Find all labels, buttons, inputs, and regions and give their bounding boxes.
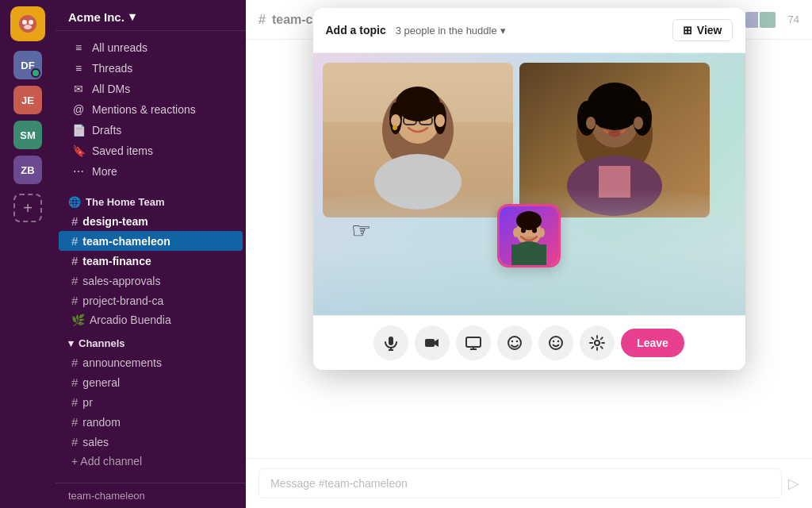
svg-point-53	[550, 337, 562, 349]
svg-rect-47	[466, 337, 481, 347]
nav-more[interactable]: ⋯ More	[59, 161, 243, 182]
channel-team-chameleon[interactable]: # team-chameleon	[59, 231, 243, 251]
add-topic-button[interactable]: Add a topic	[326, 24, 386, 37]
huddle-overlay: Add a topic 3 people in the huddle ▾ ⊞ V…	[246, 0, 812, 508]
channel-design-team[interactable]: # design-team	[59, 211, 243, 231]
mentions-icon: @	[71, 103, 86, 116]
view-label: View	[697, 24, 722, 37]
channel-project-brand-label: project-brand-ca	[82, 294, 163, 307]
hash-icon: #	[71, 254, 78, 267]
nav-threads[interactable]: ≡ Threads	[59, 58, 243, 79]
screenshare-button[interactable]	[456, 325, 491, 360]
workspace-logo[interactable]	[10, 6, 45, 41]
svg-point-51	[511, 341, 513, 342]
svg-point-36	[516, 211, 542, 230]
avatar-zb[interactable]: ZB	[13, 156, 42, 184]
saved-items-icon: 🔖	[71, 144, 86, 157]
drafts-icon: 📄	[71, 124, 86, 137]
svg-point-31	[608, 130, 621, 137]
leave-button[interactable]: Leave	[621, 329, 684, 357]
nav-all-unreads[interactable]: ≡ All unreads	[59, 37, 243, 58]
hash-icon: #	[71, 294, 78, 307]
nav-drafts[interactable]: 📄 Drafts	[59, 120, 243, 140]
add-workspace-button[interactable]: +	[13, 194, 42, 222]
home-team-icon: 🌐	[68, 196, 81, 208]
arcadio-icon: 🌿	[71, 314, 85, 326]
channel-random[interactable]: # random	[59, 412, 243, 432]
channel-sales[interactable]: # sales	[59, 432, 243, 452]
huddle-people-count: 3 people in the huddle ▾	[396, 25, 506, 37]
emoji-button[interactable]	[497, 325, 532, 360]
hash-icon: #	[71, 214, 78, 228]
svg-point-41	[513, 228, 519, 237]
hash-icon: #	[71, 274, 78, 287]
view-button[interactable]: ⊞ View	[672, 19, 733, 41]
nav-saved-items[interactable]: 🔖 Saved items	[59, 140, 243, 161]
nav-mentions-label: Mentions & reactions	[92, 103, 196, 116]
svg-point-17	[435, 114, 445, 127]
svg-point-52	[516, 341, 518, 342]
video-grid: ☞	[313, 53, 745, 315]
svg-rect-46	[425, 339, 435, 347]
nav-threads-label: Threads	[92, 62, 132, 75]
channel-general-label: general	[82, 376, 120, 389]
avatar-sm[interactable]: SM	[13, 121, 42, 149]
hash-icon: #	[71, 356, 78, 369]
svg-point-16	[391, 114, 400, 127]
workspace-bar: DF JE SM ZB +	[0, 0, 56, 508]
nav-all-dms[interactable]: ✉ All DMs	[59, 79, 243, 99]
nav-mentions[interactable]: @ Mentions & reactions	[59, 99, 243, 120]
workspace-name-label: Acme Inc.	[68, 10, 124, 24]
channel-name-bottom: team-chameleon	[68, 490, 145, 502]
channels-section-label: Channels	[79, 337, 125, 349]
home-team-label: The Home Team	[86, 196, 164, 208]
svg-point-56	[595, 341, 599, 345]
svg-point-54	[553, 341, 554, 342]
svg-point-39	[521, 228, 526, 233]
svg-point-1	[22, 20, 27, 25]
mute-button[interactable]	[373, 325, 408, 360]
sidebar: Acme Inc. ▾ ≡ All unreads ≡ Threads ✉ Al…	[56, 0, 246, 508]
workspace-chevron: ▾	[129, 10, 136, 24]
svg-point-33	[634, 117, 643, 129]
channel-random-label: random	[82, 416, 120, 429]
channels-collapse-icon: ▾	[68, 337, 74, 349]
workspace-name[interactable]: Acme Inc. ▾	[56, 0, 246, 31]
cursor-hand: ☞	[351, 217, 371, 244]
center-avatar	[497, 204, 561, 267]
threads-icon: ≡	[71, 62, 86, 75]
add-channel-button[interactable]: + Add channel	[59, 452, 243, 471]
avatar-je[interactable]: JE	[13, 86, 42, 114]
huddle-modal: Add a topic 3 people in the huddle ▾ ⊞ V…	[313, 8, 745, 370]
settings-button[interactable]	[580, 325, 615, 360]
reaction-button[interactable]	[538, 325, 573, 360]
home-team-section[interactable]: 🌐 The Home Team	[56, 188, 246, 211]
svg-rect-38	[511, 244, 546, 265]
svg-point-3	[24, 25, 32, 29]
channels-section-header[interactable]: ▾ Channels	[56, 329, 246, 352]
nav-all-dms-label: All DMs	[92, 83, 130, 95]
all-unreads-icon: ≡	[71, 41, 86, 54]
channel-announcements[interactable]: # announcements	[59, 352, 243, 372]
main-content: # team-chameleon ▾ 74 ▷ Add a topic 3 pe…	[246, 0, 812, 508]
channel-team-finance[interactable]: # team-finance	[59, 251, 243, 271]
sidebar-bottom: team-chameleon	[56, 483, 246, 508]
channel-sales-approvals[interactable]: # sales-approvals	[59, 271, 243, 291]
nav-drafts-label: Drafts	[92, 124, 121, 137]
hash-icon: #	[71, 375, 78, 389]
all-dms-icon: ✉	[71, 83, 86, 95]
more-icon: ⋯	[71, 165, 86, 178]
arcadio-label: Arcadio Buendia	[90, 314, 171, 326]
avatar-df[interactable]: DF	[13, 51, 42, 79]
channel-project-brand[interactable]: # project-brand-ca	[59, 291, 243, 310]
channel-arcadio[interactable]: 🌿 Arcadio Buendia	[59, 310, 243, 329]
channel-sales-label: sales	[82, 436, 109, 448]
svg-point-2	[29, 20, 33, 25]
hash-icon: #	[71, 395, 78, 409]
channel-general[interactable]: # general	[59, 372, 243, 392]
channel-pr[interactable]: # pr	[59, 392, 243, 412]
video-button[interactable]	[415, 325, 450, 360]
channel-pr-label: pr	[82, 396, 92, 409]
svg-point-13	[396, 87, 440, 121]
sidebar-nav: ≡ All unreads ≡ Threads ✉ All DMs @ Ment…	[56, 31, 246, 188]
